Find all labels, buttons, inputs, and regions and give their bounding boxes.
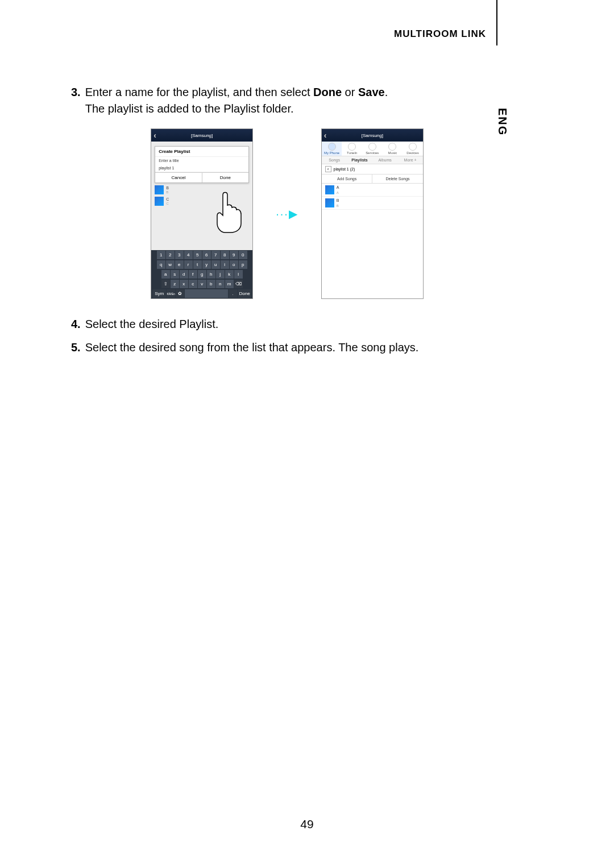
keyboard-space[interactable] [185, 289, 228, 298]
keyboard-key[interactable]: p [239, 260, 247, 269]
step-text: The playlist is added to the Playlist fo… [85, 102, 294, 115]
done-button[interactable]: Done [202, 173, 249, 182]
keyboard-key[interactable]: 9 [230, 251, 238, 259]
keyboard-dot[interactable]: . [229, 289, 237, 298]
source-tab[interactable]: Devices [403, 142, 423, 156]
playlist-songs: AABB [322, 184, 423, 210]
delete-songs-button[interactable]: Delete Songs [372, 175, 423, 183]
chevron-left-icon[interactable]: ‹ [325, 166, 331, 172]
keyboard-key[interactable]: m [225, 280, 234, 288]
music-icon [155, 185, 164, 194]
keyboard-key[interactable]: 6 [202, 251, 211, 259]
screenshot-create-playlist: ‹ [Samsung] Create Playlist Enter a titl… [151, 128, 253, 299]
keyboard-key[interactable]: 1 [157, 251, 165, 259]
list-item[interactable]: BB [322, 197, 423, 210]
add-songs-button[interactable]: Add Songs [322, 175, 373, 183]
keyboard-key[interactable]: a [161, 270, 170, 279]
keyboard-key[interactable]: 3 [175, 251, 184, 259]
source-tab[interactable]: TuneIn [342, 142, 362, 156]
keyboard-key[interactable]: x [180, 280, 188, 288]
step-body: Select the desired song from the list th… [85, 339, 503, 356]
category-tab[interactable]: More + [397, 156, 423, 164]
keyboard-key[interactable]: 8 [221, 251, 229, 259]
keyboard-key[interactable]: u [211, 260, 220, 269]
step-body: Select the desired Playlist. [85, 316, 503, 333]
keyboard-done[interactable]: Done [238, 289, 251, 298]
step-text: Enter a name for the playlist, and then … [85, 86, 313, 98]
step-text: or [342, 86, 358, 98]
keyboard-key[interactable]: j [216, 270, 225, 279]
keyboard-key[interactable]: 7 [211, 251, 220, 259]
screenshot-playlist-view: ‹ [Samsung] My PhoneTuneInServicesMusicD… [321, 128, 424, 299]
back-icon[interactable]: ‹ [324, 131, 327, 140]
step-3: 3. Enter a name for the playlist, and th… [71, 84, 503, 117]
keyboard-key[interactable]: i [221, 260, 229, 269]
tab-icon [348, 143, 356, 151]
list-item[interactable]: BB [155, 184, 249, 196]
source-tab[interactable]: Services [362, 142, 383, 156]
back-icon[interactable]: ‹ [154, 131, 156, 140]
playlist-breadcrumb[interactable]: ‹ playlist 1 (2) [322, 164, 423, 175]
keyboard-sym[interactable]: Sym [152, 289, 166, 298]
keyboard-key[interactable]: l [234, 270, 243, 279]
keyboard-key[interactable]: k [225, 270, 234, 279]
keyboard-shift-icon[interactable]: ⇧ [161, 280, 170, 288]
keyboard-key[interactable]: f [189, 270, 197, 279]
keyboard-key[interactable]: v [198, 280, 206, 288]
keyboard-key[interactable]: n [216, 280, 225, 288]
music-icon [155, 197, 164, 206]
keyboard-key[interactable]: y [202, 260, 211, 269]
phone-header: ‹ [Samsung] [322, 129, 423, 142]
source-tab[interactable]: My Phone [322, 142, 342, 156]
tab-icon [368, 143, 376, 151]
cancel-button[interactable]: Cancel [155, 173, 202, 182]
keyboard-key[interactable]: 0 [239, 251, 247, 259]
list-item[interactable]: AA [322, 184, 423, 197]
playlist-name-input[interactable]: playlist 1 [155, 164, 248, 172]
keyboard-key[interactable]: o [230, 260, 238, 269]
dialog-title: Create Playlist [155, 147, 248, 157]
category-tabs: SongsPlaylistsAlbumsMore + [322, 156, 423, 164]
content-area: 3. Enter a name for the playlist, and th… [71, 84, 503, 363]
screenshots-row: ‹ [Samsung] Create Playlist Enter a titl… [71, 128, 503, 299]
phone-header: ‹ [Samsung] [151, 129, 252, 142]
keyboard-key[interactable]: q [157, 260, 165, 269]
on-screen-keyboard[interactable]: 1234567890 qwertyuiop asdfghjkl ⇧zxcvbnm… [151, 250, 252, 298]
keyboard-key[interactable]: h [207, 270, 215, 279]
keyboard-key[interactable]: g [198, 270, 206, 279]
keyboard-backspace-icon[interactable]: ⌫ [234, 280, 243, 288]
keyboard-key[interactable]: 5 [193, 251, 202, 259]
arrow-icon: ∙∙∙▶ [276, 207, 298, 221]
step-5: 5. Select the desired song from the list… [71, 339, 503, 356]
category-tab[interactable]: Playlists [347, 156, 372, 164]
keyboard-key[interactable]: z [171, 280, 179, 288]
bold-done: Done [313, 86, 342, 98]
step-number: 3. [71, 84, 81, 117]
section-header: MULTIROOM LINK [394, 28, 486, 40]
category-tab[interactable]: Songs [322, 156, 347, 164]
keyboard-lang[interactable]: KR/En [167, 289, 175, 298]
list-item[interactable]: CC [155, 196, 249, 207]
keyboard-key[interactable]: 2 [166, 251, 175, 259]
header-divider [496, 0, 497, 45]
keyboard-key[interactable]: s [171, 270, 179, 279]
source-tab[interactable]: Music [383, 142, 403, 156]
keyboard-key[interactable]: c [189, 280, 197, 288]
bold-save: Save [358, 86, 385, 98]
category-tab[interactable]: Albums [372, 156, 398, 164]
phone-title: [Samsung] [191, 133, 213, 138]
keyboard-settings-icon[interactable]: ✿ [176, 289, 184, 298]
create-playlist-dialog: Create Playlist Enter a title playlist 1… [155, 146, 249, 183]
keyboard-key[interactable]: b [207, 280, 215, 288]
tab-icon [388, 143, 396, 151]
keyboard-key[interactable]: 4 [184, 251, 193, 259]
music-icon [325, 185, 334, 194]
keyboard-key[interactable]: e [175, 260, 184, 269]
keyboard-key[interactable]: d [180, 270, 188, 279]
keyboard-key[interactable]: r [184, 260, 193, 269]
tab-icon [328, 143, 336, 151]
keyboard-key[interactable]: t [193, 260, 202, 269]
keyboard-key[interactable]: w [166, 260, 175, 269]
background-songs: BBCC [151, 183, 252, 208]
source-tabs: My PhoneTuneInServicesMusicDevices [322, 142, 423, 156]
